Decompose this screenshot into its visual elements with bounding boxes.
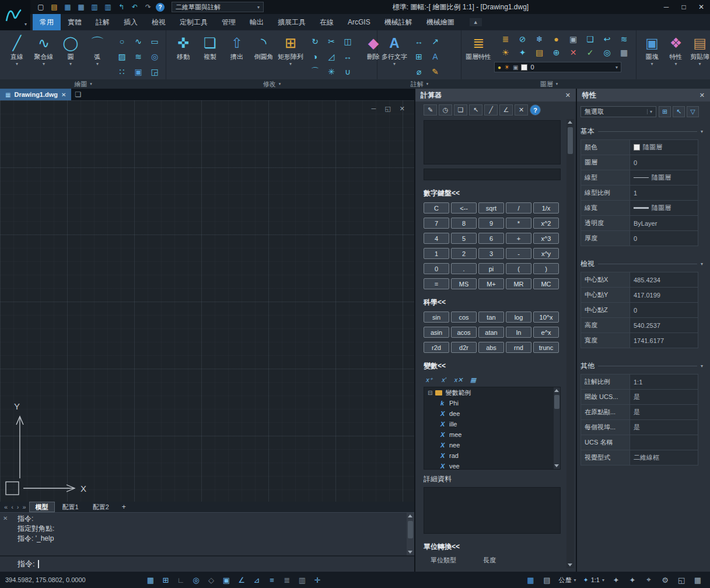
ortho-mode-icon[interactable]: ∟ — [174, 574, 188, 586]
calc-key-deg-to-rad[interactable]: d2r — [451, 342, 477, 353]
calc-key-log[interactable]: log — [506, 312, 531, 323]
command-scrollbar[interactable] — [407, 513, 414, 555]
text-style-icon[interactable]: A — [428, 49, 443, 64]
units-dropdown[interactable]: 公釐▾ — [555, 576, 579, 584]
grid-display-icon[interactable]: ▦ — [144, 574, 158, 586]
layer-delete-icon[interactable]: ✕ — [565, 46, 581, 59]
properties-button[interactable]: ❖特性▾ — [664, 32, 688, 78]
snap-mode-icon[interactable]: ⊞ — [159, 574, 173, 586]
collapse-section-icon[interactable]: ▾ — [701, 129, 703, 134]
move-button[interactable]: ✜移動 — [170, 32, 197, 78]
calc-key-9[interactable]: 9 — [478, 218, 504, 229]
calc-key-8[interactable]: 8 — [451, 218, 477, 229]
mtext-button[interactable]: A多行文字▾ — [381, 32, 408, 78]
layout-tab-layout2[interactable]: 配置2 — [86, 502, 116, 512]
ribbon-tab-custom-tools[interactable]: 定制工具 — [173, 14, 215, 30]
block-button[interactable]: ▣圖塊▾ — [640, 32, 664, 78]
calc-key-sin[interactable]: sin — [424, 312, 449, 323]
panel-label-draw[interactable]: 繪圖▾ — [0, 79, 166, 89]
trim-icon[interactable]: ✂ — [324, 34, 339, 48]
property-value[interactable]: 1741.6177 — [630, 333, 698, 348]
layer-unisolate-icon[interactable]: ◎ — [599, 46, 615, 59]
scroll-up-icon[interactable] — [568, 121, 572, 124]
property-value[interactable]: 0 — [630, 155, 698, 170]
close-button[interactable]: ✕ — [692, 1, 710, 13]
help-icon[interactable]: ? — [530, 104, 541, 116]
doc-restore-button[interactable]: ◱ — [384, 105, 390, 113]
ribbon-tab-view[interactable]: 檢視 — [145, 14, 173, 30]
property-value[interactable]: 是 — [630, 405, 698, 419]
object-snap-tracking-icon[interactable]: ∠ — [235, 574, 249, 586]
property-value[interactable]: 隨圖層 — [630, 140, 698, 155]
calc-key-square[interactable]: x^2 — [533, 218, 559, 229]
clear-icon[interactable]: ✎ — [424, 104, 437, 116]
selection-cycling-icon[interactable]: ✛ — [310, 574, 324, 586]
paste-to-command-icon[interactable]: ❏ — [454, 104, 467, 116]
rotate-icon[interactable]: ↻ — [307, 34, 323, 48]
properties-title-bar[interactable]: 特性 ✕ — [577, 89, 710, 102]
property-value[interactable]: 是 — [630, 390, 698, 404]
scrollbar-thumb[interactable] — [568, 127, 573, 154]
angle-of-line-icon[interactable]: ∠ — [499, 104, 513, 116]
ellipse-icon[interactable]: ○ — [114, 34, 130, 48]
layer-merge-icon[interactable]: ⊕ — [548, 46, 564, 59]
ribbon-collapse-icon[interactable]: ▲ — [470, 18, 482, 26]
calc-key-memory-store[interactable]: MS — [451, 278, 477, 289]
calculator-input-field[interactable] — [424, 169, 561, 180]
calc-key-pi[interactable]: pi — [478, 263, 504, 274]
command-window-close-icon[interactable]: ✕ — [3, 515, 8, 522]
calc-key-atan[interactable]: atan — [478, 327, 504, 338]
layout-tab-layout1[interactable]: 配置1 — [56, 502, 85, 512]
pickadd-toggle-icon[interactable]: ⊞ — [659, 106, 671, 117]
clean-screen-icon[interactable]: ◱ — [674, 574, 688, 586]
markup-icon[interactable]: ✎ — [428, 64, 443, 79]
delete-variable-icon[interactable]: x✕ — [453, 375, 464, 384]
calc-key-close-paren[interactable]: ) — [533, 263, 559, 274]
dim-style-icon[interactable]: ⌀ — [411, 64, 426, 79]
units-section-header[interactable]: 單位轉換<< — [424, 542, 561, 552]
calc-key-acos[interactable]: acos — [451, 327, 477, 338]
calc-key-3[interactable]: 3 — [478, 248, 504, 259]
variable-item-rad[interactable]: Xrad — [424, 450, 560, 461]
calc-key-sqrt[interactable]: sqrt — [478, 202, 504, 214]
command-history[interactable]: ✕ 指令:指定對角點:指令: '_help — [0, 512, 414, 555]
wipeout-icon[interactable]: ◲ — [147, 64, 162, 79]
maximize-button[interactable]: □ — [675, 1, 692, 13]
scroll-down-icon[interactable] — [554, 464, 559, 467]
variable-item-nee[interactable]: Xnee — [424, 440, 560, 450]
document-tab[interactable]: ▦ Drawing1.dwg ✕ — [0, 89, 71, 100]
distance-between-points-icon[interactable]: ╱ — [484, 104, 498, 116]
property-value[interactable]: 540.2537 — [630, 318, 698, 332]
panel-label-annotate[interactable]: 註解▾ — [377, 79, 461, 89]
annotation-scale-dropdown[interactable]: ✦1:1▾ — [580, 576, 607, 584]
prev-layout-icon[interactable]: ‹ — [9, 503, 15, 510]
calc-key-clear[interactable]: C — [424, 202, 449, 214]
scroll-down-icon[interactable] — [408, 551, 412, 554]
calc-key-abs[interactable]: abs — [478, 342, 504, 353]
panel-label-layers[interactable]: 圖層▾ — [461, 79, 636, 89]
calc-key-5[interactable]: 5 — [451, 233, 477, 244]
layer-settings-icon[interactable]: ▦ — [616, 46, 632, 59]
calc-key-e-power[interactable]: e^x — [533, 327, 559, 338]
calc-key-power[interactable]: x^y — [533, 248, 559, 259]
ribbon-tab-manage[interactable]: 管理 — [215, 14, 243, 30]
property-value[interactable] — [630, 435, 698, 450]
variable-item-ille[interactable]: Xille — [424, 419, 560, 429]
property-value[interactable]: 485.4234 — [630, 272, 698, 287]
join-icon[interactable]: ∪ — [340, 64, 355, 79]
auto-add-scales-icon[interactable]: ✦ — [625, 574, 639, 586]
edit-variable-icon[interactable]: x′ — [438, 375, 450, 384]
property-value[interactable]: 1:1 — [630, 374, 698, 389]
calc-key-divide[interactable]: / — [506, 202, 531, 214]
variables-tree[interactable]: ⊟ 變數範例 kPhiXdeeXilleXmeeXneeXradXvee — [424, 387, 561, 470]
layer-properties-button[interactable]: ≣圖層特性 — [465, 32, 492, 78]
calc-key-backspace[interactable]: <-- — [451, 202, 477, 214]
stretch-icon[interactable]: ↔ — [340, 49, 355, 64]
save-as-icon[interactable]: ▦ — [75, 2, 87, 12]
property-value[interactable]: 0 — [630, 303, 698, 317]
leader-icon[interactable]: ↗ — [428, 34, 443, 48]
variable-item-dee[interactable]: Xdee — [424, 408, 560, 419]
model-space-icon[interactable]: ▦ — [523, 574, 537, 586]
publish-icon[interactable]: ▥ — [102, 2, 114, 12]
point-icon[interactable]: ∷ — [114, 64, 130, 79]
